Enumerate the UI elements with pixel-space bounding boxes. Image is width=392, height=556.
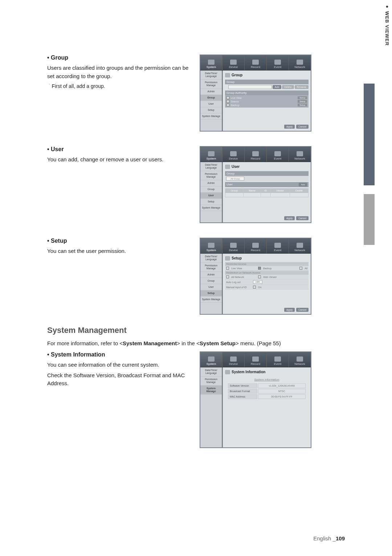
screenshot-group: System Device Record Event Network Date/… [200, 55, 311, 132]
screenshot-sysinfo: System Device Record Event Network Date/… [200, 351, 311, 448]
sidebar-pm[interactable]: Permission Manage [200, 263, 222, 272]
sidebar-admin[interactable]: Admin [200, 180, 222, 186]
apply-button[interactable]: Apply [284, 308, 295, 312]
tab-event[interactable]: Event [267, 147, 289, 162]
tab-event[interactable]: Event [267, 55, 289, 70]
section-sysinfo: • System Information You can see informa… [47, 351, 345, 448]
sidebar-sm[interactable]: System Manage [200, 297, 222, 303]
system-management-heading: System Management [47, 326, 345, 335]
sv-label: Software Version [228, 383, 257, 388]
chk-liveview[interactable] [226, 96, 229, 99]
event-icon [274, 151, 281, 156]
sidebar-group[interactable]: Group [200, 278, 222, 284]
sidebar-pm[interactable]: Permission Manage [200, 80, 222, 89]
auth-liveview: Live View [231, 97, 242, 99]
sidebar-user[interactable]: User [200, 193, 222, 199]
sidebar-sm[interactable]: System Manage [200, 386, 222, 395]
device-icon [230, 356, 237, 362]
tab-record[interactable]: Record [245, 352, 267, 367]
tab-system[interactable]: System [200, 352, 222, 367]
chk-backup[interactable] [258, 267, 261, 270]
add-button[interactable]: Add [273, 85, 281, 89]
chk-liveview[interactable] [226, 267, 229, 270]
tab-network[interactable]: Network [289, 238, 311, 253]
apply-button[interactable]: Apply [284, 216, 295, 220]
chk-allnet[interactable] [226, 275, 229, 278]
tab-record[interactable]: Record [245, 55, 267, 70]
tab-device[interactable]: Device [222, 147, 245, 162]
delete-button[interactable]: Delete [282, 85, 294, 89]
sidebar-dtl[interactable]: Date/Time/ Language [200, 70, 222, 80]
tab-system[interactable]: System [200, 55, 222, 70]
tab-device[interactable]: Device [222, 238, 245, 253]
auth-backup: Backup [231, 104, 239, 106]
sidebar-dtl[interactable]: Date/Time/ Language [200, 162, 222, 171]
tab-record[interactable]: Record [245, 238, 267, 253]
chk-manualid[interactable] [253, 286, 256, 289]
sidebar-admin[interactable]: Admin [200, 272, 222, 278]
sysinfo-desc1: You can see information of the current s… [47, 361, 192, 369]
panel-title: Group [232, 73, 242, 77]
system-management-ref: For more information, refer to <System M… [47, 340, 345, 346]
record-icon [252, 151, 259, 156]
setup-btn-2[interactable]: Setup [298, 100, 307, 103]
screenshot-setup: System Device Record Event Network Date/… [200, 238, 311, 315]
sysinfo-desc2: Check the Software Version, Broadcast Fo… [47, 371, 192, 388]
tab-device[interactable]: Device [222, 352, 245, 367]
event-icon [274, 60, 281, 65]
section-setup: • Setup You can set the user permission.… [47, 238, 345, 315]
tab-network[interactable]: Network [289, 352, 311, 367]
cancel-button[interactable]: Cancel [296, 216, 309, 220]
sidebar-pm[interactable]: Permission Manage [200, 376, 222, 386]
section-user: • User You can add, change or remove a u… [47, 146, 345, 223]
screenshot-user: System Device Record Event Network Date/… [200, 146, 311, 223]
col-viewer: Viewer [270, 189, 290, 193]
device-icon [230, 151, 237, 156]
chk-search[interactable] [226, 100, 229, 103]
sidebar-sm[interactable]: System Manage [200, 205, 222, 211]
rename-button[interactable]: Rename [295, 85, 309, 89]
mac-label: MAC Address [228, 394, 257, 399]
sidebar-setup[interactable]: Setup [200, 199, 222, 205]
system-icon [208, 151, 215, 156]
sidebar-group[interactable]: Group [200, 186, 222, 193]
sidebar-user[interactable]: User [200, 284, 222, 290]
user-desc: You can add, change or remove a user or … [47, 156, 192, 164]
cancel-button[interactable]: Cancel [296, 125, 309, 129]
group-subhead: Group [225, 80, 309, 84]
tab-device[interactable]: Device [222, 55, 245, 70]
tab-record[interactable]: Record [245, 147, 267, 162]
sidebar-setup[interactable]: Setup [200, 290, 222, 297]
chk-webviewer[interactable] [258, 275, 261, 278]
tab-network[interactable]: Network [289, 55, 311, 70]
chk-backup[interactable] [226, 104, 229, 106]
sidebar-dtl[interactable]: Date/Time/ Language [200, 254, 222, 263]
apply-button[interactable]: Apply [284, 125, 295, 129]
sidebar-sm[interactable]: System Manage [200, 113, 222, 120]
tab-event[interactable]: Event [267, 238, 289, 253]
cancel-button[interactable]: Cancel [296, 308, 309, 312]
sidebar-setup[interactable]: Setup [200, 107, 222, 113]
device-icon [230, 60, 237, 65]
chk-all[interactable] [299, 267, 302, 270]
setup-btn-1[interactable]: Setup [298, 96, 307, 99]
group-name-input[interactable] [228, 85, 272, 89]
setup-btn-3[interactable]: Setup [298, 104, 307, 106]
sidebar-admin[interactable]: Admin [200, 89, 222, 95]
sidebar-pm[interactable]: Permission Manage [200, 171, 222, 180]
sidebar-user[interactable]: User [200, 101, 222, 107]
col-delete: Delete [290, 189, 308, 193]
tab-system[interactable]: System [200, 238, 222, 253]
add-button[interactable]: Add [299, 183, 307, 186]
group-select[interactable]: All Group [226, 177, 244, 181]
lbl-allnet: All Network [231, 276, 256, 278]
sidebar-group[interactable]: Group [200, 95, 222, 101]
col-group: Group [225, 189, 244, 193]
sidebar-dtl[interactable]: Date/Time/ Language [200, 367, 222, 376]
autologout-select[interactable]: OFF [253, 280, 262, 284]
tab-system[interactable]: System [200, 147, 222, 162]
tab-network[interactable]: Network [289, 147, 311, 162]
tab-event[interactable]: Event [267, 352, 289, 367]
col-name: Name [243, 189, 261, 193]
record-icon [252, 60, 259, 65]
